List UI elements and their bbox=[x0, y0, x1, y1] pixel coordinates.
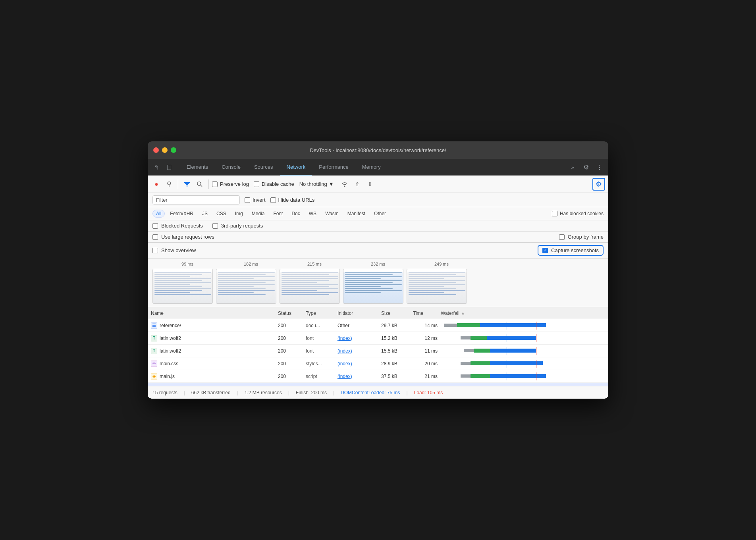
has-blocked-cookies-option[interactable]: Has blocked cookies bbox=[552, 211, 604, 216]
blocked-requests-option[interactable]: Blocked Requests bbox=[152, 223, 203, 229]
filter-type-css[interactable]: CSS bbox=[213, 210, 230, 218]
row-waterfall-0 bbox=[441, 319, 605, 332]
filter-type-js[interactable]: JS bbox=[199, 210, 211, 218]
blocked-requests-label: Blocked Requests bbox=[161, 223, 203, 229]
devtools-more-icon[interactable]: ⋮ bbox=[594, 162, 605, 173]
filter-type-fetch-xhr[interactable]: Fetch/XHR bbox=[166, 210, 197, 218]
devtools-settings-icon[interactable]: ⚙ bbox=[580, 162, 592, 173]
col-header-name[interactable]: Name bbox=[151, 310, 278, 316]
capture-screenshots-option[interactable]: ✓ Capture screenshots bbox=[538, 245, 604, 256]
close-button[interactable] bbox=[153, 147, 159, 153]
third-party-checkbox[interactable] bbox=[212, 223, 218, 229]
row-initiator-4[interactable]: (index) bbox=[338, 374, 381, 379]
group-by-frame-label: Group by frame bbox=[568, 234, 604, 240]
screenshot-4[interactable] bbox=[407, 269, 467, 304]
screenshot-ts-2: 215 ms bbox=[283, 262, 346, 266]
doc-icon: ☰ bbox=[151, 322, 157, 329]
options-row-2: Use large request rows Group by frame bbox=[148, 231, 608, 243]
tab-elements[interactable]: Elements bbox=[180, 159, 214, 176]
invert-option[interactable]: Invert bbox=[245, 197, 266, 203]
maximize-button[interactable] bbox=[171, 147, 176, 153]
third-party-option[interactable]: 3rd-party requests bbox=[212, 223, 263, 229]
blocked-requests-checkbox[interactable] bbox=[152, 223, 158, 229]
disable-cache-label: Disable cache bbox=[262, 181, 294, 187]
preserve-log-checkbox[interactable] bbox=[212, 181, 218, 187]
filter-bar: Filter Invert Hide data URLs bbox=[148, 193, 608, 207]
screenshot-ts-0: 99 ms bbox=[156, 262, 219, 266]
row-initiator-2[interactable]: (index) bbox=[338, 348, 381, 354]
filter-type-doc[interactable]: Doc bbox=[288, 210, 303, 218]
import-icon[interactable]: ⇧ bbox=[352, 179, 363, 190]
hide-data-urls-checkbox[interactable] bbox=[270, 197, 276, 203]
status-sep-5: | bbox=[406, 390, 407, 395]
show-overview-option[interactable]: Show overview bbox=[152, 247, 196, 253]
col-header-initiator[interactable]: Initiator bbox=[338, 310, 381, 316]
network-toolbar: ● ⚲ Preserve log Disable cac bbox=[148, 176, 608, 193]
device-icon[interactable]: ⎕ bbox=[164, 162, 175, 173]
filter-type-other[interactable]: Other bbox=[370, 210, 390, 218]
hide-data-urls-option[interactable]: Hide data URLs bbox=[270, 197, 315, 203]
filter-type-manifest[interactable]: Manifest bbox=[344, 210, 369, 218]
large-rows-label: Use large request rows bbox=[161, 234, 214, 240]
filter-type-img[interactable]: Img bbox=[231, 210, 247, 218]
filter-button[interactable] bbox=[181, 179, 193, 190]
filter-input[interactable] bbox=[168, 197, 231, 203]
options-row-3: Show overview ✓ Capture screenshots bbox=[148, 243, 608, 258]
group-by-frame-option[interactable]: Group by frame bbox=[559, 234, 604, 240]
filter-type-all[interactable]: All bbox=[152, 210, 165, 218]
filter-type-font[interactable]: Font bbox=[270, 210, 286, 218]
clear-button[interactable]: ⚲ bbox=[164, 179, 175, 190]
more-tabs-button[interactable]: » bbox=[567, 162, 578, 173]
has-blocked-cookies-checkbox[interactable] bbox=[552, 211, 557, 216]
row-initiator-3[interactable]: (index) bbox=[338, 361, 381, 366]
col-header-waterfall[interactable]: Waterfall ▲ bbox=[441, 310, 605, 316]
titlebar: DevTools - localhost:8080/docs/devtools/… bbox=[148, 141, 608, 159]
table-row[interactable]: T latin.woff2 200 font (index) 15.2 kB 1… bbox=[148, 332, 608, 345]
cursor-icon[interactable]: ↰ bbox=[151, 162, 162, 173]
tab-bar-end: » ⚙ ⋮ bbox=[567, 162, 605, 173]
show-overview-checkbox[interactable] bbox=[152, 248, 158, 253]
filter-type-media[interactable]: Media bbox=[248, 210, 268, 218]
table-row[interactable]: ☰ reference/ 200 docu... Other 29.7 kB 1… bbox=[148, 319, 608, 332]
invert-checkbox[interactable] bbox=[245, 197, 250, 203]
preserve-log-option[interactable]: Preserve log bbox=[212, 181, 249, 187]
row-size-3: 28.9 kB bbox=[381, 361, 413, 366]
table-row[interactable]: ✏ main.css 200 styles... (index) 28.9 kB… bbox=[148, 357, 608, 370]
preserve-log-label: Preserve log bbox=[220, 181, 249, 187]
tab-console[interactable]: Console bbox=[215, 159, 247, 176]
disable-cache-option[interactable]: Disable cache bbox=[254, 181, 294, 187]
search-button[interactable] bbox=[194, 179, 205, 190]
status-requests: 15 requests bbox=[152, 390, 177, 395]
group-by-frame-checkbox[interactable] bbox=[559, 234, 565, 240]
screenshot-3[interactable] bbox=[343, 269, 403, 304]
large-rows-checkbox[interactable] bbox=[152, 234, 158, 240]
tab-performance[interactable]: Performance bbox=[312, 159, 355, 176]
col-header-time[interactable]: Time bbox=[413, 310, 441, 316]
disable-cache-checkbox[interactable] bbox=[254, 181, 259, 187]
minimize-button[interactable] bbox=[162, 147, 168, 153]
col-header-type[interactable]: Type bbox=[306, 310, 338, 316]
row-initiator-1[interactable]: (index) bbox=[338, 336, 381, 341]
export-icon[interactable]: ⇩ bbox=[364, 179, 376, 190]
screenshot-2[interactable] bbox=[280, 269, 340, 304]
row-status-1: 200 bbox=[278, 336, 306, 341]
table-row[interactable]: T latin.woff2 200 font (index) 15.5 kB 1… bbox=[148, 345, 608, 357]
large-rows-option[interactable]: Use large request rows bbox=[152, 234, 214, 240]
tab-sources[interactable]: Sources bbox=[248, 159, 280, 176]
filter-type-wasm[interactable]: Wasm bbox=[322, 210, 342, 218]
wifi-icon[interactable] bbox=[339, 179, 350, 190]
table-row[interactable]: ◈ main.js 200 script (index) 37.5 kB 21 … bbox=[148, 370, 608, 383]
screenshot-0[interactable] bbox=[152, 269, 213, 304]
status-sep-1: | bbox=[184, 390, 185, 395]
col-header-status[interactable]: Status bbox=[278, 310, 306, 316]
capture-screenshots-checkbox[interactable]: ✓ bbox=[542, 248, 548, 253]
filter-type-ws[interactable]: WS bbox=[305, 210, 320, 218]
throttle-selector[interactable]: No throttling ▼ bbox=[296, 179, 338, 189]
col-header-size[interactable]: Size bbox=[381, 310, 413, 316]
screenshot-ts-4: 249 ms bbox=[410, 262, 473, 266]
network-settings-button[interactable]: ⚙ bbox=[592, 178, 605, 191]
tab-network[interactable]: Network bbox=[280, 159, 312, 176]
tab-memory[interactable]: Memory bbox=[356, 159, 387, 176]
screenshot-1[interactable] bbox=[216, 269, 276, 304]
record-button[interactable]: ● bbox=[151, 179, 162, 190]
